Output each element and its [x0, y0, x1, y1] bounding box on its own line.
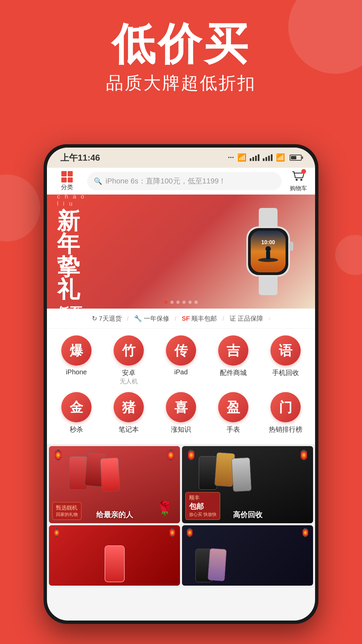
phone-screen: 上午11:46 ··· 📶 📶	[47, 148, 315, 621]
service-genuine: 证 正品保障	[230, 314, 263, 323]
cat-android-sublabel: 无人机	[120, 377, 138, 385]
cat-iphone-label: iPhone	[66, 368, 87, 376]
lantern-b1-icon: 🏮	[52, 528, 62, 537]
product-img-red: 🏮 🏮 🌹 甄选靓机 回家的礼物 给最亲的人	[49, 446, 180, 523]
cat-flash-sale[interactable]: 金 秒杀	[55, 392, 98, 434]
status-time: 上午11:46	[60, 152, 100, 164]
dot-1	[164, 301, 168, 304]
cart-button[interactable]: 购物车	[288, 170, 308, 192]
banner-title-cn: 新年挚礼	[57, 209, 89, 301]
lantern-right2-icon: 🏮	[298, 449, 310, 461]
dot-5	[188, 301, 192, 304]
svg-rect-11	[289, 241, 293, 251]
cat-ipad-label: iPad	[174, 368, 188, 376]
dot-2	[170, 301, 174, 304]
service-warranty-icon: 🔧	[134, 315, 142, 322]
service-warranty-label: 一年保修	[144, 314, 169, 323]
price-prefix: 低至	[57, 305, 82, 309]
svg-point-1	[300, 179, 302, 181]
product-card-bottom-2[interactable]: 🏮 🏮	[182, 525, 313, 586]
svg-point-0	[296, 179, 298, 181]
hero-section: 低价买 品质大牌超低折扣	[0, 20, 362, 95]
dot-4	[182, 301, 186, 304]
bg-decoration-circle-right	[335, 235, 362, 275]
service-return: ↻ 7天退货	[92, 314, 122, 323]
banner[interactable]: Apple Watch Series 3 yin ling chao liu 新…	[47, 195, 315, 309]
category-label: 分类	[61, 183, 73, 191]
banner-price: 低至 1,499	[57, 304, 89, 309]
hero-subtitle: 品质大牌超低折扣	[0, 71, 362, 95]
bg-decoration-circle-left	[0, 174, 40, 241]
watch-image: 10:00	[89, 201, 305, 302]
cat-laptop-icon: 猪	[114, 392, 144, 422]
dot-3	[176, 301, 180, 304]
cat-watch-icon: 盈	[218, 392, 248, 422]
search-placeholder-text: iPhone 6s：直降100元，低至1199！	[106, 176, 226, 186]
lantern-left-icon: 🏮	[52, 449, 64, 461]
category-row-2: 金 秒杀 猪 笔记本 喜 涨知识	[50, 392, 312, 434]
product-card-bottom-1[interactable]: 🏮 🏮	[49, 525, 180, 586]
cart-icon-wrap	[292, 170, 305, 184]
apple-watch-svg: 10:00	[235, 208, 302, 295]
svg-text:10:00: 10:00	[261, 239, 275, 245]
category-section: 爆 iPhone 竹 安卓 无人机 传 iPad	[47, 329, 315, 444]
product-img-dark: 🏮 🏮 顺丰 包邮 放心买 快放快 高价回收	[182, 446, 313, 523]
genuine-icon: 证	[230, 314, 236, 323]
status-dots: ···	[228, 153, 234, 162]
service-genuine-label: 正品保障	[238, 314, 263, 323]
badge-title-sf: 顺丰	[189, 494, 217, 501]
bluetooth-icon: 📶	[237, 153, 246, 162]
service-return-icon: ↻	[92, 315, 97, 322]
banner-pinyin: yin ling chao liu	[57, 195, 89, 207]
cat-android-icon: 竹	[114, 335, 144, 366]
product-slogan-recycle: 高价回收	[182, 510, 313, 520]
bottom-dark-phone-2	[208, 548, 227, 581]
cat-knowledge-icon: 喜	[166, 392, 196, 422]
lantern-b2-icon: 🏮	[167, 528, 177, 537]
phone-mockup: 上午11:46 ··· 📶 📶	[44, 144, 318, 624]
svg-point-10	[265, 246, 271, 252]
dark-phone-3	[231, 458, 251, 492]
cat-knowledge[interactable]: 喜 涨知识	[159, 392, 203, 434]
product-grid: 🏮 🏮 🌹 甄选靓机 回家的礼物 给最亲的人	[47, 444, 315, 525]
cat-recycle[interactable]: 语 手机回收	[264, 335, 307, 385]
nav-bar: 分类 🔍 iPhone 6s：直降100元，低至1199！ 购物车	[47, 168, 315, 195]
cat-accessories-label: 配件商城	[220, 368, 247, 377]
search-bar[interactable]: 🔍 iPhone 6s：直降100元，低至1199！	[87, 172, 282, 190]
mini-phone-3	[100, 458, 120, 492]
svg-rect-9	[266, 251, 270, 259]
cat-android[interactable]: 竹 安卓 无人机	[107, 335, 150, 385]
service-bar: ↻ 7天退货 / 🔧 一年保修 / SF 顺丰包邮 / 证 正品保障 ›	[47, 309, 315, 329]
cat-ipad[interactable]: 传 iPad	[159, 335, 203, 385]
cat-accessories-icon: 吉	[218, 335, 248, 366]
mini-phone-1	[69, 456, 87, 490]
cat-watch-label: 手表	[227, 425, 240, 434]
dark-phone-1	[199, 456, 217, 490]
category-row-1: 爆 iPhone 竹 安卓 无人机 传 iPad	[50, 335, 312, 385]
banner-left: Apple Watch Series 3 yin ling chao liu 新…	[57, 195, 89, 309]
service-shipping: SF 顺丰包邮	[182, 314, 217, 323]
category-grid-icon	[61, 171, 73, 182]
signal2-icon	[263, 154, 273, 161]
cat-watch[interactable]: 盈 手表	[212, 392, 255, 434]
hero-title: 低价买	[0, 20, 362, 68]
service-warranty: 🔧 一年保修	[134, 314, 169, 323]
cart-badge	[301, 169, 306, 174]
cat-recycle-label: 手机回收	[272, 368, 299, 377]
cat-accessories[interactable]: 吉 配件商城	[212, 335, 255, 385]
cat-flash-sale-label: 秒杀	[70, 425, 83, 434]
status-icons: ··· 📶 📶	[228, 153, 302, 162]
cat-knowledge-label: 涨知识	[171, 425, 191, 434]
cat-laptop[interactable]: 猪 笔记本	[107, 392, 150, 434]
product-card-red-phones[interactable]: 🏮 🏮 🌹 甄选靓机 回家的礼物 给最亲的人	[49, 446, 180, 523]
cat-ranking[interactable]: 门 热销排行榜	[264, 392, 307, 434]
cat-iphone[interactable]: 爆 iPhone	[55, 335, 98, 385]
product-card-dark-phones[interactable]: 🏮 🏮 顺丰 包邮 放心买 快放快 高价回收	[182, 446, 313, 523]
cat-recycle-icon: 语	[270, 335, 301, 366]
signal-icon	[250, 154, 259, 161]
cat-ranking-label: 热销排行榜	[269, 425, 302, 434]
lantern-right-icon: 🏮	[165, 449, 177, 461]
product-grid-bottom: 🏮 🏮 🏮 🏮	[47, 525, 315, 588]
wifi-icon: 📶	[276, 153, 285, 162]
category-button[interactable]: 分类	[54, 171, 80, 191]
